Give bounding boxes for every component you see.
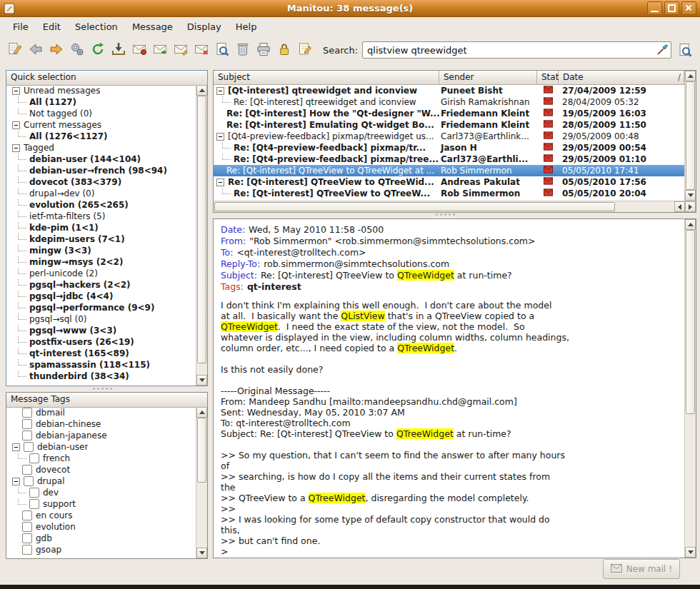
quick-selection-item[interactable]: pgsql→hackers (2<2) — [6, 279, 207, 291]
scroll-thumb[interactable] — [197, 96, 206, 363]
message-tag-item[interactable]: debian-user — [6, 441, 207, 453]
expander-icon[interactable] — [216, 87, 224, 95]
find-in-message-button[interactable] — [213, 41, 231, 59]
menu-selection[interactable]: Selection — [68, 19, 125, 34]
message-tag-item[interactable]: french — [6, 453, 207, 464]
quick-selection-item[interactable]: Tagged — [6, 142, 207, 153]
tag-checkbox[interactable] — [22, 419, 32, 429]
message-row[interactable]: Re: [Qt-interest] Emulating Qt-widget Bo… — [214, 119, 684, 131]
tag-checkbox[interactable] — [22, 431, 32, 441]
search-input[interactable] — [362, 41, 671, 59]
quick-selection-item[interactable]: All (1127) — [6, 96, 207, 108]
scroll-thumb[interactable] — [214, 202, 615, 211]
message-tag-item[interactable]: dovecot — [6, 464, 207, 475]
scroll-track[interactable] — [196, 96, 207, 375]
scroll-up-button[interactable] — [196, 407, 207, 418]
scroll-thumb[interactable] — [197, 418, 206, 483]
titlebar[interactable]: Manitou: 38 message(s) — [0, 0, 700, 17]
message-tag-item[interactable]: support — [6, 498, 207, 510]
close-button[interactable] — [681, 1, 696, 15]
delete-mail-button[interactable] — [192, 41, 211, 59]
compose-button[interactable] — [6, 41, 24, 59]
scroll-down-button[interactable] — [196, 375, 207, 386]
quick-selection-item[interactable]: spamassassin (118<115) — [6, 359, 207, 371]
menu-display[interactable]: Display — [180, 19, 229, 34]
expander-icon[interactable] — [216, 178, 224, 186]
expander-icon[interactable] — [12, 478, 20, 485]
scroll-track[interactable] — [214, 201, 674, 212]
back-button[interactable] — [26, 41, 45, 59]
tag-checkbox[interactable] — [29, 453, 39, 463]
quick-selection-item[interactable]: pgsql→jdbc (4<4) — [6, 291, 207, 302]
menu-edit[interactable]: Edit — [36, 19, 68, 34]
expander-icon[interactable] — [12, 121, 20, 129]
tag-checkbox[interactable] — [22, 522, 32, 532]
refresh-button[interactable] — [89, 41, 107, 59]
tag-checkbox[interactable] — [22, 465, 32, 475]
quick-selection-item[interactable]: mingw→msys (2<2) — [6, 256, 207, 268]
quick-selection-scrollbar[interactable] — [196, 85, 207, 386]
message-tag-item[interactable]: gsoap — [6, 544, 207, 555]
column-header-sender[interactable]: Sender — [439, 71, 537, 85]
tag-checkbox[interactable] — [22, 533, 32, 543]
scroll-up-button[interactable] — [685, 219, 696, 230]
new-mail-button[interactable]: New mail ! — [603, 559, 680, 579]
tag-checkbox[interactable] — [24, 442, 34, 452]
minimize-button[interactable] — [647, 1, 662, 15]
quick-selection-item[interactable]: dovecot (383<379) — [6, 176, 207, 188]
tag-checkbox[interactable] — [24, 476, 34, 486]
scroll-thumb[interactable] — [686, 81, 695, 190]
quick-selection-item[interactable]: ietf-mta-filters (5) — [6, 211, 207, 222]
quick-selection-item[interactable]: Not tagged (0) — [6, 108, 207, 119]
tag-checkbox[interactable] — [22, 510, 32, 520]
edit-mail-button[interactable] — [171, 41, 190, 59]
quick-selection-item[interactable]: evolution (265<265) — [6, 199, 207, 211]
message-tags-scrollbar[interactable] — [196, 407, 207, 558]
message-row[interactable]: Re: [Qt-interest] qtreewidget and iconvi… — [214, 96, 684, 108]
scroll-track[interactable] — [685, 81, 696, 190]
message-tag-item[interactable]: evolution — [6, 521, 207, 533]
message-view-scrollbar[interactable] — [684, 219, 696, 558]
scroll-down-button[interactable] — [685, 190, 696, 201]
expander-icon[interactable] — [12, 87, 20, 95]
quick-selection-item[interactable]: pgsql→sql (0) — [6, 313, 207, 325]
quick-selection-item[interactable]: qt-interest (165<89) — [6, 348, 207, 359]
expander-icon[interactable] — [12, 443, 20, 451]
edit-note-button[interactable] — [296, 41, 314, 59]
quick-selection-item[interactable]: Current messages — [6, 119, 207, 131]
fetch-mail-button[interactable] — [109, 41, 128, 59]
maximize-button[interactable] — [664, 1, 679, 15]
message-row[interactable]: Re: [Qt4-preview-feedback] pixmap/tree..… — [214, 153, 684, 165]
forward-button[interactable] — [47, 41, 66, 59]
message-tag-item[interactable]: gdb — [6, 533, 207, 544]
message-tag-item[interactable]: en cours — [6, 510, 207, 521]
encryption-button[interactable] — [275, 41, 294, 59]
menu-message[interactable]: Message — [125, 19, 180, 34]
message-row[interactable]: Re: [Qt-interest] QTreeView to QTreeWid.… — [214, 176, 684, 188]
reply-button[interactable] — [151, 41, 169, 59]
scroll-down-button[interactable] — [685, 547, 696, 558]
scroll-up-button[interactable] — [196, 85, 207, 96]
message-row[interactable]: [Qt4-preview-feedback] pixmap/treewidget… — [214, 131, 684, 142]
quick-selection-item[interactable]: mingw (3<3) — [6, 245, 207, 256]
column-header-stat[interactable]: Stat — [537, 71, 559, 85]
message-tag-item[interactable]: dbmail — [6, 407, 207, 418]
quick-selection-item[interactable]: kde-pim (1<1) — [6, 222, 207, 233]
tag-checkbox[interactable] — [22, 545, 32, 555]
message-row[interactable]: Re: [Qt-interest] QTreeView to QTreeWidg… — [214, 165, 684, 176]
quick-selection-item[interactable]: All (1276<1127) — [6, 131, 207, 142]
message-row[interactable]: Re: [Qt-interest] QTreeView to QTreeW...… — [214, 188, 684, 199]
scroll-right-button[interactable] — [685, 201, 696, 212]
column-header-date[interactable]: Date/ — [559, 71, 684, 85]
tag-checkbox[interactable] — [29, 499, 39, 509]
quick-selection-item[interactable]: debian-user (144<104) — [6, 153, 207, 165]
menu-help[interactable]: Help — [229, 19, 264, 34]
search-button[interactable] — [676, 41, 694, 59]
quick-selection-item[interactable]: pgsql→www (3<3) — [6, 325, 207, 336]
quick-selection-item[interactable]: Unread messages — [6, 85, 207, 96]
message-list-hscrollbar[interactable] — [214, 201, 696, 212]
scroll-track[interactable] — [196, 418, 207, 548]
message-row[interactable]: [Qt-interest] qtreewidget and iconviewPu… — [214, 85, 684, 96]
mail-status-button[interactable] — [130, 41, 149, 59]
scroll-up-button[interactable] — [685, 71, 696, 81]
